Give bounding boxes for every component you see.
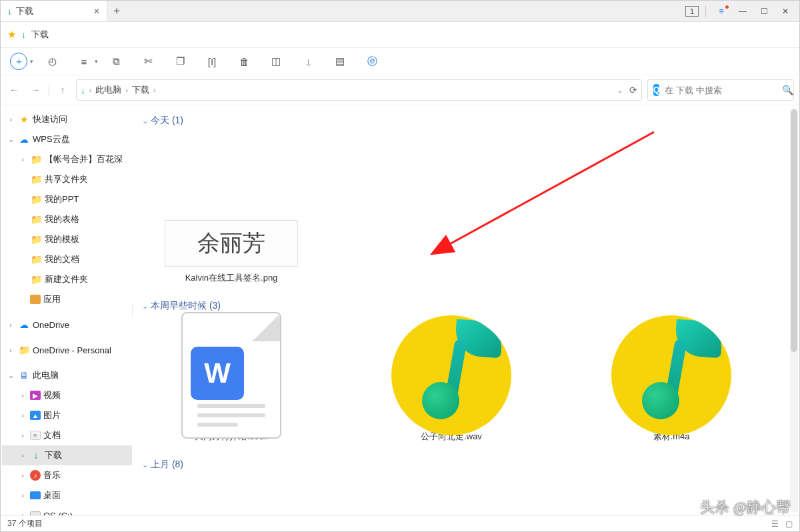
cloud-icon: ☁ bbox=[18, 134, 30, 145]
sidebar-label: 我的模板 bbox=[45, 233, 79, 245]
sidebar-item-onedrive-personal[interactable]: › 📁 OneDrive - Personal bbox=[2, 340, 132, 360]
search-icon[interactable]: 🔍 bbox=[782, 85, 793, 95]
chevron-right-icon[interactable]: › bbox=[18, 431, 27, 439]
sidebar-item-onedrive[interactable]: › ☁ OneDrive bbox=[2, 315, 132, 335]
navigation-bar: ← → ↑ ↓ › 此电脑 › 下载 › ⌄ ⟳ Q 🔍 bbox=[1, 75, 799, 105]
breadcrumb-root[interactable]: 此电脑 bbox=[95, 84, 121, 96]
chevron-right-icon[interactable]: › bbox=[6, 346, 15, 354]
sidebar-item-desktop[interactable]: › 桌面 bbox=[2, 485, 132, 505]
sidebar-item-wps-ppt[interactable]: 📁 我的PPT bbox=[2, 189, 132, 209]
maximize-icon[interactable]: ☐ bbox=[755, 7, 773, 16]
view-icons-icon[interactable]: ▢ bbox=[785, 519, 793, 529]
folder-icon: 📁 bbox=[18, 345, 30, 355]
favorite-downloads[interactable]: 下载 bbox=[31, 29, 49, 41]
signature-thumbnail: 余丽芳 bbox=[165, 220, 298, 267]
view-details-icon[interactable]: ☰ bbox=[771, 519, 779, 529]
group-header-lastmonth[interactable]: ⌄ 上月 (8) bbox=[142, 459, 797, 471]
sidebar-label: 此电脑 bbox=[33, 369, 59, 381]
chevron-right-icon[interactable]: › bbox=[18, 491, 27, 499]
audio-thumbnail bbox=[391, 315, 511, 435]
chevron-right-icon[interactable]: › bbox=[18, 471, 27, 479]
group-header-week[interactable]: ⌄ 本周早些时候 (3) bbox=[142, 300, 797, 312]
folder-icon: 📁 bbox=[30, 214, 42, 225]
sidebar-item-wps-docs[interactable]: 📁 我的文档 bbox=[2, 249, 132, 269]
video-icon: ▶ bbox=[30, 391, 41, 400]
sidebar-item-wps-share[interactable]: 📁 共享文件夹 bbox=[2, 169, 132, 189]
sidebar-resize-handle[interactable]: ⋮⋮ bbox=[130, 109, 133, 511]
sidebar-item-this-pc[interactable]: ⌄ 🖥 此电脑 bbox=[2, 365, 132, 385]
forward-button[interactable]: → bbox=[27, 82, 43, 98]
file-item[interactable]: W 大同方特介绍.docx bbox=[151, 325, 311, 443]
sidebar-item-downloads[interactable]: › ↓ 下载 bbox=[2, 445, 132, 465]
sidebar-label: 桌面 bbox=[43, 489, 61, 501]
tab-downloads[interactable]: ↓ 下载 ✕ bbox=[1, 1, 107, 21]
sidebar-item-wps[interactable]: ⌄ ☁ WPS云盘 bbox=[2, 129, 132, 149]
docx-thumbnail: W bbox=[181, 312, 281, 439]
star-icon: ★ bbox=[18, 114, 30, 125]
sidebar-item-music[interactable]: › ♪ 音乐 bbox=[2, 465, 132, 485]
sidebar-item-os-drive[interactable]: › OS (C:) bbox=[2, 505, 132, 515]
chevron-right-icon[interactable]: › bbox=[18, 511, 27, 515]
crop-icon[interactable]: ⟂ bbox=[301, 54, 315, 69]
address-bar[interactable]: ↓ › 此电脑 › 下载 › ⌄ ⟳ bbox=[76, 79, 642, 101]
sidebar-label: 快速访问 bbox=[33, 113, 67, 125]
chevron-right-icon[interactable]: › bbox=[18, 451, 27, 459]
cut-icon[interactable]: ✄ bbox=[141, 54, 155, 69]
chevron-down-icon[interactable]: ⌄ bbox=[617, 87, 623, 94]
new-item-button[interactable]: ＋ bbox=[10, 53, 27, 70]
apps-icon bbox=[30, 295, 41, 304]
sidebar-item-wps-tmpl[interactable]: 📁 我的模板 bbox=[2, 229, 132, 249]
refresh-icon[interactable]: ⟳ bbox=[629, 85, 637, 95]
chevron-right-icon[interactable]: › bbox=[6, 321, 15, 329]
chevron-down-icon[interactable]: ⌄ bbox=[6, 371, 15, 380]
sidebar-item-wps-apps[interactable]: 应用 bbox=[2, 289, 132, 309]
list-options-icon[interactable]: ≡ bbox=[77, 54, 91, 69]
chevron-down-icon[interactable]: ⌄ bbox=[6, 135, 15, 144]
status-item-count: 37 个项目 bbox=[7, 518, 43, 529]
rename-icon[interactable]: [I] bbox=[205, 54, 219, 69]
search-bar[interactable]: Q 🔍 bbox=[647, 79, 794, 101]
search-input[interactable] bbox=[665, 85, 777, 95]
folder-icon: 📁 bbox=[30, 154, 42, 165]
window-badge[interactable]: 1 bbox=[685, 6, 699, 17]
vertical-scrollbar[interactable] bbox=[790, 108, 798, 513]
download-icon: ↓ bbox=[21, 29, 26, 40]
copy-icon[interactable]: ⧉ bbox=[109, 54, 123, 69]
chevron-right-icon[interactable]: › bbox=[18, 411, 27, 419]
sidebar-label: 【帐号合并】百花深 bbox=[45, 153, 123, 165]
file-item[interactable]: 公子向北走.wav bbox=[371, 325, 531, 443]
up-button[interactable]: ↑ bbox=[55, 82, 71, 98]
status-bar: 37 个项目 ☰ ▢ bbox=[1, 515, 799, 531]
browser-icon[interactable]: ⓔ bbox=[365, 54, 379, 69]
sidebar-item-documents[interactable]: › ≡ 文档 bbox=[2, 425, 132, 445]
file-item[interactable]: 余丽芳 Kalvin在线工具签名.png bbox=[151, 140, 311, 284]
file-item[interactable]: 素材.m4a bbox=[591, 325, 751, 443]
sidebar: › ★ 快速访问 ⌄ ☁ WPS云盘 › 📁 【帐号合并】百花深 📁 共享文件夹 bbox=[1, 105, 134, 515]
close-tab-icon[interactable]: ✕ bbox=[93, 7, 100, 16]
sidebar-label: 视频 bbox=[43, 389, 61, 401]
sidebar-item-wps-table[interactable]: 📁 我的表格 bbox=[2, 209, 132, 229]
group-header-today[interactable]: ⌄ 今天 (1) bbox=[142, 115, 797, 127]
chevron-right-icon[interactable]: › bbox=[18, 391, 27, 399]
file-name: Kalvin在线工具签名.png bbox=[185, 272, 278, 284]
paste-icon[interactable]: ❐ bbox=[173, 54, 187, 69]
delete-icon[interactable]: 🗑 bbox=[237, 54, 251, 69]
sidebar-label: 音乐 bbox=[43, 469, 61, 481]
window-split-icon[interactable]: ◫ bbox=[269, 54, 283, 69]
sidebar-item-wps-newdir[interactable]: 📁 新建文件夹 bbox=[2, 269, 132, 289]
sidebar-item-quick-access[interactable]: › ★ 快速访问 bbox=[2, 109, 132, 129]
new-tab-button[interactable]: ＋ bbox=[107, 4, 126, 18]
chevron-right-icon[interactable]: › bbox=[6, 115, 15, 123]
close-window-icon[interactable]: ✕ bbox=[777, 7, 794, 16]
sidebar-item-wps-merge[interactable]: › 📁 【帐号合并】百花深 bbox=[2, 149, 132, 169]
back-button[interactable]: ← bbox=[6, 82, 22, 98]
properties-icon[interactable]: ▤ bbox=[333, 54, 347, 69]
chevron-right-icon[interactable]: › bbox=[18, 155, 27, 163]
breadcrumb-current[interactable]: 下载 bbox=[132, 84, 149, 96]
minimize-icon[interactable]: — bbox=[734, 7, 751, 16]
hamburger-menu-icon[interactable]: ≡ bbox=[713, 7, 730, 16]
history-icon[interactable]: ◴ bbox=[45, 54, 59, 69]
sidebar-item-video[interactable]: › ▶ 视频 bbox=[2, 385, 132, 405]
sidebar-item-pictures[interactable]: › ▲ 图片 bbox=[2, 405, 132, 425]
group-label: 上月 (8) bbox=[151, 459, 183, 471]
